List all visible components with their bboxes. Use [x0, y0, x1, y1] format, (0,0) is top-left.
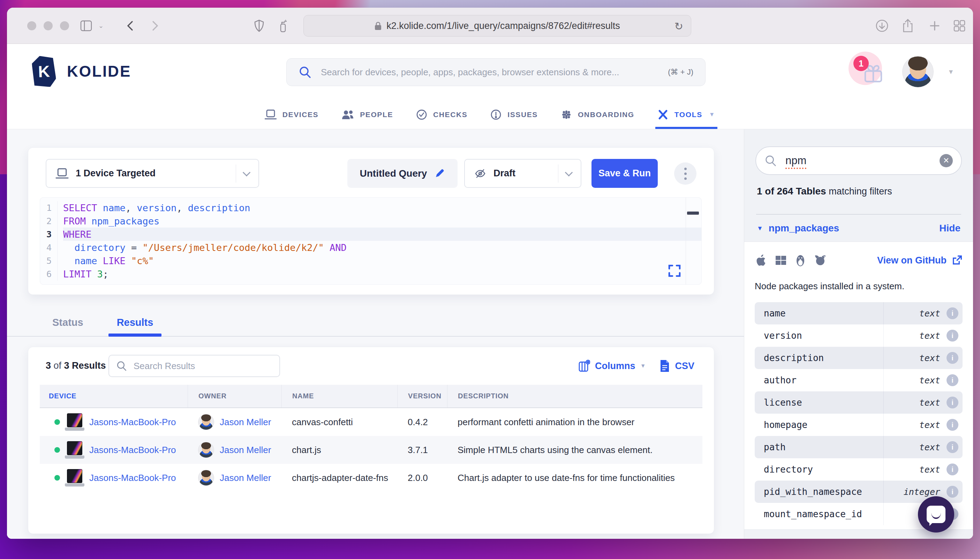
code-token — [97, 202, 103, 213]
tab-results[interactable]: Results — [117, 317, 153, 336]
desktop-background: ⌄ k2.kolide.com/1/live_query/campaigns/8… — [0, 0, 980, 559]
code-token: version — [137, 202, 176, 213]
chat-widget-button[interactable] — [918, 496, 954, 533]
column-type: text — [888, 308, 940, 319]
nav-item-tools[interactable]: TOOLS ▼ — [657, 100, 715, 129]
code-token — [91, 269, 97, 280]
code-line[interactable]: 6LIMIT 3; — [40, 267, 701, 281]
collapse-caret-icon[interactable]: ▼ — [757, 225, 763, 232]
sidebar-toggle-icon[interactable] — [80, 20, 94, 31]
csv-button[interactable]: CSV — [660, 359, 694, 372]
nav-item-checks[interactable]: CHECKS — [416, 100, 467, 129]
github-label: View on GitHub — [877, 255, 947, 266]
code-token — [63, 242, 75, 253]
column-header[interactable]: OWNER — [187, 385, 282, 407]
download-icon[interactable] — [876, 19, 889, 32]
device-link[interactable]: Jasons-MacBook-Pro — [89, 445, 176, 455]
columns-button[interactable]: Columns ▼ — [578, 360, 645, 372]
column-header[interactable]: VERSION — [397, 385, 447, 407]
sql-editor[interactable]: 1SELECT name, version, description2FROM … — [40, 197, 702, 285]
zoom-window-button[interactable] — [60, 21, 69, 30]
code-line[interactable]: 5 name LIKE "c%" — [40, 254, 701, 267]
refresh-icon[interactable]: ↻ — [675, 20, 683, 32]
owner-cell: Jason Meller — [187, 470, 282, 486]
table-row: Jasons-MacBook-ProJason Mellerchartjs-ad… — [40, 464, 702, 492]
table-row: Jasons-MacBook-ProJason Mellerchart.js3.… — [40, 436, 702, 464]
column-type: text — [888, 331, 940, 341]
kolide-app: K KOLIDE Search for devices, people, app… — [7, 44, 973, 539]
account-menu-caret-icon[interactable]: ▾ — [949, 67, 953, 76]
info-icon[interactable]: i — [947, 352, 958, 364]
chevron-down-icon[interactable]: ⌄ — [98, 22, 104, 30]
code-line[interactable]: 4 directory = "/Users/jmeller/code/kolid… — [40, 241, 701, 254]
editor-scrollbar[interactable] — [687, 212, 699, 215]
version-cell: 3.7.1 — [397, 445, 447, 455]
info-icon[interactable]: i — [947, 486, 958, 498]
global-search-input[interactable]: Search for devices, people, apps, packag… — [286, 58, 706, 86]
close-window-button[interactable] — [27, 21, 36, 30]
shield-icon[interactable] — [254, 20, 264, 32]
content-area: 1 Device Targeted Untitled Query Draft — [7, 129, 973, 539]
minimize-window-button[interactable] — [43, 21, 53, 30]
code-text: SELECT name, version, description — [58, 202, 250, 213]
tab-status[interactable]: Status — [52, 317, 83, 336]
view-on-github-link[interactable]: View on GitHub — [877, 255, 963, 266]
nav-item-issues[interactable]: ISSUES — [490, 100, 538, 129]
query-status-select[interactable]: Draft — [464, 159, 581, 188]
info-icon[interactable]: i — [947, 441, 958, 453]
external-link-icon — [952, 255, 963, 266]
code-line[interactable]: 1SELECT name, version, description — [40, 201, 701, 214]
info-icon[interactable]: i — [947, 463, 958, 475]
schema-row: pathtexti — [755, 436, 963, 458]
device-link[interactable]: Jasons-MacBook-Pro — [89, 417, 176, 428]
device-target-select[interactable]: 1 Device Targeted — [46, 159, 259, 188]
hide-table-link[interactable]: Hide — [939, 223, 960, 234]
owner-link[interactable]: Jason Meller — [220, 473, 271, 483]
url-text: k2.kolide.com/1/live_query/campaigns/876… — [386, 21, 620, 31]
nav-item-devices[interactable]: DEVICES — [265, 100, 318, 129]
nav-item-people[interactable]: PEOPLE — [342, 100, 393, 129]
schema-row: authortexti — [755, 369, 963, 391]
owner-link[interactable]: Jason Meller — [220, 417, 271, 428]
device-cell: Jasons-MacBook-Pro — [40, 413, 187, 432]
clear-search-icon[interactable]: ✕ — [940, 154, 953, 167]
table-search-input[interactable]: npm ✕ — [755, 146, 962, 175]
address-bar[interactable]: k2.kolide.com/1/live_query/campaigns/876… — [303, 15, 691, 36]
back-icon[interactable] — [126, 20, 134, 32]
column-header[interactable]: DESCRIPTION — [447, 385, 702, 407]
nav-label: TOOLS — [675, 111, 702, 119]
save-run-button[interactable]: Save & Run — [592, 159, 658, 188]
owner-link[interactable]: Jason Meller — [220, 445, 271, 455]
info-icon[interactable]: i — [947, 308, 958, 319]
device-link[interactable]: Jasons-MacBook-Pro — [89, 473, 176, 483]
kolide-logo[interactable]: K KOLIDE — [32, 56, 131, 87]
check-circle-icon — [416, 109, 427, 120]
nav-item-onboarding[interactable]: ONBOARDING — [561, 100, 634, 129]
info-icon[interactable]: i — [947, 419, 958, 431]
code-token — [97, 255, 103, 266]
expand-editor-icon[interactable] — [668, 264, 681, 278]
linux-icon — [795, 254, 806, 267]
info-icon[interactable]: i — [947, 374, 958, 386]
query-title-button[interactable]: Untitled Query — [347, 159, 458, 188]
column-header[interactable]: NAME — [282, 385, 397, 407]
code-token: FROM — [63, 216, 86, 227]
new-tab-icon[interactable] — [929, 20, 941, 32]
gift-button[interactable]: 1 — [853, 55, 887, 89]
code-line[interactable]: 3WHERE — [40, 228, 701, 241]
forward-icon[interactable] — [151, 20, 160, 32]
query-menu-button[interactable] — [674, 162, 696, 185]
results-status-tabs: Status Results — [7, 314, 744, 337]
info-icon[interactable]: i — [947, 397, 958, 408]
share-icon[interactable] — [902, 18, 914, 33]
privacy-spray-icon[interactable] — [278, 19, 288, 32]
user-avatar[interactable] — [902, 56, 934, 88]
info-icon[interactable]: i — [947, 330, 958, 342]
results-search-input[interactable]: Search Results — [108, 355, 280, 377]
search-icon — [298, 66, 312, 79]
chevron-down-icon — [243, 168, 251, 176]
tab-overview-icon[interactable] — [953, 19, 966, 32]
code-line[interactable]: 2FROM npm_packages — [40, 214, 701, 228]
column-header[interactable]: DEVICE — [40, 385, 187, 407]
table-name-link[interactable]: npm_packages — [769, 223, 839, 234]
